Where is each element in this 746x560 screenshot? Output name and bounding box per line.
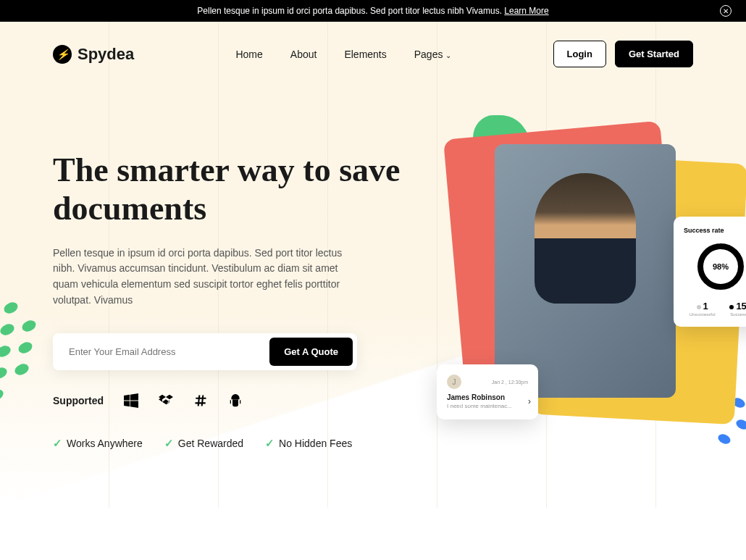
feature-item: ✓Get Rewarded xyxy=(164,437,243,450)
logo[interactable]: ⚡ Spydea xyxy=(53,45,134,64)
nav-elements[interactable]: Elements xyxy=(344,49,386,60)
success-rate-card: Success rate 98% 1 Unsuccessful 150 Succ… xyxy=(674,217,746,327)
notification-time: Jan 2 , 12:30pm xyxy=(492,380,528,385)
android-icon xyxy=(228,393,243,408)
features-list: ✓Works Anywhere ✓Get Rewarded ✓No Hidden… xyxy=(53,437,415,450)
check-icon: ✓ xyxy=(164,437,174,450)
logo-icon: ⚡ xyxy=(53,45,72,64)
hero-illustration: J Jan 2 , 12:30pm James Robinson I need … xyxy=(415,115,746,448)
page-title: The smarter way to save documents xyxy=(53,151,415,228)
hero-subtitle: Pellen tesque in ipsum id orci porta dap… xyxy=(53,246,364,309)
close-icon[interactable]: ✕ xyxy=(720,5,732,17)
logo-text: Spydea xyxy=(77,45,134,64)
donut-chart: 98% xyxy=(695,241,746,292)
feature-item: ✓Works Anywhere xyxy=(53,437,143,450)
check-icon: ✓ xyxy=(53,437,62,450)
email-form: Get A Quote xyxy=(53,333,357,370)
supported-label: Supported xyxy=(53,395,104,406)
chevron-right-icon: › xyxy=(528,396,531,406)
nav-actions: Login Get Started xyxy=(553,41,693,67)
nav-links: Home About Elements Pages ⌄ xyxy=(235,49,451,60)
chevron-down-icon: ⌄ xyxy=(445,51,451,59)
nav-pages[interactable]: Pages ⌄ xyxy=(414,49,452,60)
notification-card: J Jan 2 , 12:30pm James Robinson I need … xyxy=(437,364,538,419)
announcement-banner: Pellen tesque in ipsum id orci porta dap… xyxy=(0,0,746,22)
stat-successful: 150 Successful xyxy=(729,299,746,317)
donut-percent: 98% xyxy=(713,262,729,271)
windows-icon xyxy=(124,393,138,408)
card-title: Success rate xyxy=(684,227,746,234)
feature-item: ✓No Hidden Fees xyxy=(265,437,352,450)
avatar: J xyxy=(447,375,461,389)
get-quote-button[interactable]: Get A Quote xyxy=(269,338,353,366)
notification-name: James Robinson xyxy=(447,393,528,401)
email-input[interactable] xyxy=(57,338,269,366)
check-icon: ✓ xyxy=(265,437,274,450)
main-nav: ⚡ Spydea Home About Elements Pages ⌄ Log… xyxy=(0,22,746,86)
login-button[interactable]: Login xyxy=(553,41,606,67)
banner-link[interactable]: Learn More xyxy=(504,6,548,16)
hero-person-image xyxy=(495,144,676,398)
supported-platforms: Supported xyxy=(53,393,415,408)
get-started-button[interactable]: Get Started xyxy=(615,41,693,67)
stat-unsuccessful: 1 Unsuccessful xyxy=(690,299,716,317)
dropbox-icon xyxy=(159,393,173,408)
hashtag-icon xyxy=(193,393,208,408)
nav-about[interactable]: About xyxy=(290,49,317,60)
nav-home[interactable]: Home xyxy=(235,49,262,60)
notification-message: I need some maintenac... xyxy=(447,403,528,409)
brand-logos: amazon slack shopify Segment Google NETF… xyxy=(0,508,746,560)
banner-text: Pellen tesque in ipsum id orci porta dap… xyxy=(197,6,502,16)
